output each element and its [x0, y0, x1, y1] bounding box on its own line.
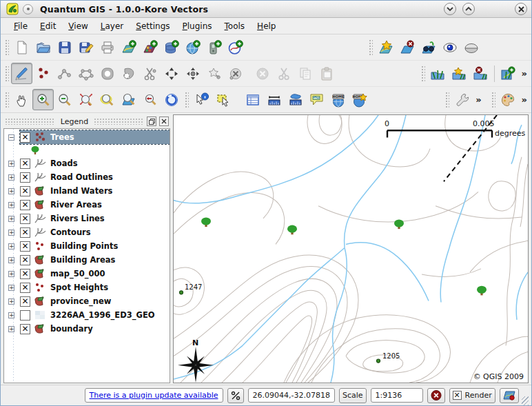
capture-line-button[interactable] — [54, 63, 75, 84]
render-checkbox[interactable]: ✕ — [453, 391, 462, 400]
palette-button[interactable] — [498, 89, 519, 110]
toolbar-drag-handle[interactable] — [444, 91, 449, 109]
expander[interactable]: + — [8, 285, 14, 291]
menu-layer[interactable]: Layer — [94, 19, 130, 33]
legend-close-button[interactable] — [159, 116, 169, 126]
expander[interactable]: + — [8, 257, 14, 263]
capture-point-button[interactable] — [32, 63, 54, 84]
layer-checkbox[interactable]: ✕ — [20, 324, 30, 334]
layer-checkbox[interactable]: ✕ — [20, 296, 30, 307]
add-wms-layer-button[interactable] — [182, 37, 203, 58]
menu-view[interactable]: View — [62, 19, 94, 33]
expander[interactable]: + — [8, 326, 14, 332]
toolbar-overflow-chevron[interactable]: » — [519, 94, 530, 105]
expander[interactable]: + — [8, 298, 14, 305]
toolbar-drag-handle[interactable] — [491, 91, 495, 109]
grass-tools-button[interactable] — [498, 63, 519, 84]
plugin-update-button[interactable] — [227, 388, 244, 403]
open-grass-mapset-button[interactable] — [427, 63, 449, 84]
legend-item-3226aa-raster[interactable]: + 3226AA_1996_ED3_GEO — [4, 308, 170, 322]
show-all-layers-button[interactable] — [439, 37, 460, 58]
close-button[interactable] — [515, 3, 527, 15]
menu-edit[interactable]: Edit — [34, 19, 62, 33]
capture-polygon-button[interactable] — [75, 63, 96, 84]
legend-item-spot-heights[interactable]: + ✕ Spot Heights — [4, 281, 170, 294]
remove-layer-button[interactable] — [396, 37, 418, 58]
save-project-as-button[interactable] — [75, 37, 96, 58]
expander[interactable]: + — [8, 202, 14, 208]
bookmark-home-button[interactable]: HOME — [327, 89, 349, 110]
projection-button[interactable] — [500, 388, 519, 403]
legend-item-province-new[interactable]: + ✕ province_new — [4, 294, 170, 308]
hide-all-layers-button[interactable] — [460, 37, 482, 58]
expander[interactable]: + — [8, 312, 14, 318]
copy-features-button[interactable] — [294, 63, 316, 84]
add-vector-layer-button[interactable] — [118, 37, 139, 58]
close-grass-mapset-button[interactable] — [470, 63, 491, 84]
add-wfs-layer-button[interactable] — [225, 37, 246, 58]
legend-item-river-areas[interactable]: + ✕ River Areas — [4, 198, 170, 212]
toolbar-drag-handle[interactable] — [4, 65, 9, 83]
expander[interactable]: + — [8, 216, 14, 222]
legend-float-button[interactable] — [147, 116, 156, 126]
new-grass-mapset-button[interactable] — [449, 63, 470, 84]
toggle-editing-button[interactable] — [11, 63, 32, 84]
save-project-button[interactable] — [54, 37, 75, 58]
plugin-update-box[interactable]: There is a plugin update available — [85, 388, 223, 403]
measure-area-button[interactable] — [285, 89, 306, 110]
menu-tools[interactable]: Tools — [218, 19, 252, 33]
paste-features-button[interactable] — [316, 63, 337, 84]
render-toggle[interactable]: ✕ Render — [449, 388, 495, 403]
move-vertex-button[interactable] — [161, 63, 182, 84]
menu-file[interactable]: File — [8, 19, 34, 33]
open-attribute-table-button[interactable] — [242, 89, 263, 110]
layer-checkbox[interactable]: ✕ — [20, 132, 30, 143]
toolbar-overflow-chevron[interactable]: » — [519, 68, 530, 79]
expander[interactable]: + — [8, 161, 14, 167]
print-composer-button[interactable] — [96, 37, 118, 58]
new-bookmark-button[interactable]: HOME — [349, 89, 370, 110]
layer-checkbox[interactable]: ✕ — [20, 227, 30, 238]
expander[interactable]: + — [8, 230, 14, 236]
select-features-button[interactable] — [212, 89, 234, 110]
layer-checkbox[interactable]: ✕ — [20, 172, 30, 183]
legend-item-road-outlines[interactable]: + ✕ Road Outlines — [4, 170, 170, 184]
plugin-update-link[interactable]: There is a plugin update available — [90, 391, 218, 400]
reshape-feature-button[interactable] — [118, 63, 139, 84]
stop-rendering-button[interactable] — [427, 388, 445, 403]
identify-features-button[interactable] — [191, 89, 212, 110]
expander[interactable]: + — [8, 188, 14, 194]
toolbar-drag-handle[interactable] — [4, 39, 9, 57]
layer-checkbox[interactable]: ✕ — [20, 283, 30, 293]
add-raster-layer-button[interactable] — [139, 37, 161, 58]
move-feature-button[interactable] — [96, 63, 118, 84]
layer-checkbox[interactable]: ✕ — [20, 255, 30, 265]
pan-map-button[interactable] — [11, 89, 32, 110]
toolbar-drag-handle[interactable] — [420, 65, 425, 83]
menu-settings[interactable]: Settings — [130, 19, 176, 33]
zoom-in-button[interactable] — [32, 89, 54, 110]
menu-help[interactable]: Help — [251, 19, 282, 33]
zoom-to-layer-button[interactable] — [118, 89, 139, 110]
legend-item-inland-waters[interactable]: + ✕ Inland Waters — [4, 184, 170, 198]
minimize-button[interactable] — [444, 3, 456, 15]
cut-features-button[interactable] — [273, 63, 294, 84]
zoom-last-button[interactable] — [139, 89, 161, 110]
delete-selected-button[interactable] — [252, 63, 273, 84]
toolbar-overflow-chevron[interactable]: » — [473, 94, 484, 105]
menu-plugins[interactable]: Plugins — [176, 19, 218, 33]
layer-checkbox[interactable]: ✕ — [20, 200, 30, 210]
layer-properties-button[interactable] — [418, 37, 439, 58]
legend-item-boundary[interactable]: + ✕ boundary — [4, 322, 170, 336]
simplify-feature-button[interactable] — [203, 63, 225, 84]
toolbar-drag-handle[interactable] — [368, 39, 373, 57]
new-vector-layer-button[interactable] — [375, 37, 396, 58]
split-features-button[interactable] — [139, 63, 161, 84]
legend-item-trees-symbol[interactable] — [4, 144, 170, 156]
new-project-button[interactable] — [11, 37, 32, 58]
layer-checkbox[interactable] — [20, 310, 30, 321]
scale-input[interactable]: 1:9136 — [371, 388, 423, 403]
add-gpx-layer-button[interactable] — [203, 37, 225, 58]
legend-item-building-points[interactable]: + ✕ Building Points — [4, 239, 170, 253]
node-tool-button[interactable] — [182, 63, 203, 84]
